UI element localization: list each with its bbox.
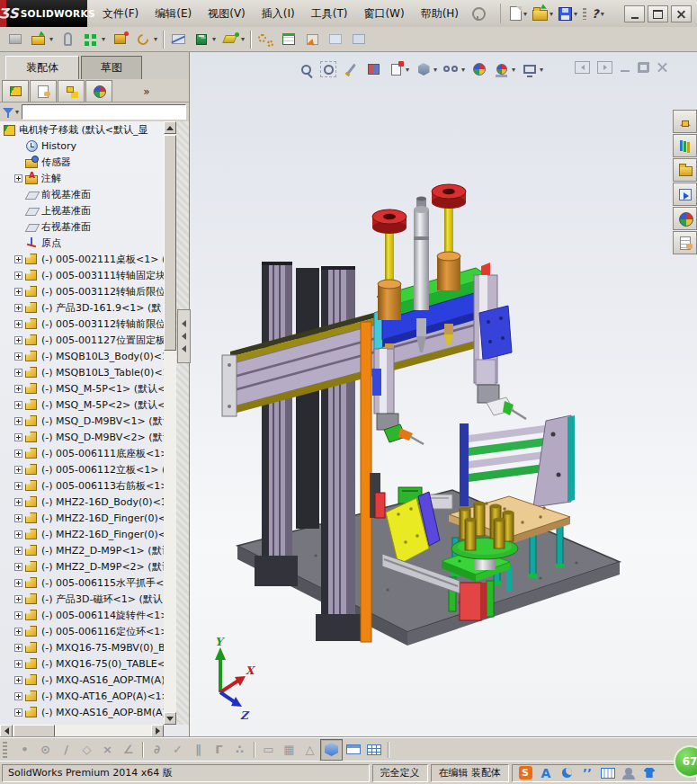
menu-item[interactable]: 文件(F): [94, 3, 147, 25]
tab-sketch[interactable]: 草图: [81, 56, 142, 80]
filter-dropdown-caret[interactable]: ▾: [15, 108, 19, 116]
expand-icon[interactable]: [14, 579, 22, 587]
headsup-button[interactable]: [520, 59, 545, 79]
minimize-button[interactable]: [624, 5, 645, 22]
tree-item[interactable]: (-) MSQ_M-5P<2> (默认<<: [0, 396, 164, 413]
expand-icon[interactable]: [14, 369, 22, 377]
bottom-tool-button[interactable]: ◇: [76, 740, 97, 760]
bottom-tool-button[interactable]: ✓: [167, 740, 188, 760]
bottom-tool-button[interactable]: Γ: [209, 740, 229, 760]
3d-model[interactable]: Y X Z: [190, 52, 697, 737]
tab-propertymanager[interactable]: [30, 80, 57, 102]
tray-icon[interactable]: [539, 766, 553, 780]
bottom-tool-button[interactable]: △: [299, 740, 320, 760]
expand-icon[interactable]: [14, 433, 22, 441]
scroll-down-arrow[interactable]: [164, 712, 176, 725]
toolbar-button[interactable]: [190, 29, 219, 50]
expand-icon[interactable]: [14, 320, 22, 328]
headsup-button[interactable]: [442, 59, 467, 79]
headsup-button[interactable]: [469, 59, 489, 79]
child-restore-button[interactable]: [638, 62, 649, 73]
save-button[interactable]: [557, 4, 579, 23]
tree-item[interactable]: (-) MSQB10L3_Body(0)<1>: [0, 348, 164, 364]
tree-item[interactable]: (-) 005-006111底座板<1>: [0, 445, 164, 461]
toolbar-button[interactable]: [4, 29, 27, 50]
tree-item[interactable]: (-) MHZ2-16D_Finger(0)<: [0, 526, 164, 542]
tab-displaymanager[interactable]: [85, 80, 112, 102]
tab-featuremanager[interactable]: [2, 80, 29, 102]
expand-icon[interactable]: [14, 676, 22, 684]
filter-input[interactable]: [22, 104, 186, 120]
bottom-tool-button[interactable]: ▭: [258, 740, 279, 760]
child-close-button[interactable]: [657, 62, 668, 73]
expand-icon[interactable]: [14, 660, 22, 668]
tree-item[interactable]: (-) MHZ2_D-M9P<1> (默认: [0, 542, 164, 558]
tree-item[interactable]: (-) 005-003111转轴固定块: [0, 267, 164, 283]
tree-item[interactable]: (-) MXQ-AS16_AOP-BM(A)<: [0, 704, 164, 720]
expand-icon[interactable]: [14, 385, 22, 393]
bottom-tool-button[interactable]: /: [56, 740, 76, 760]
toolbar-button[interactable]: [254, 29, 277, 50]
tree-item[interactable]: History: [0, 138, 164, 154]
tree-item[interactable]: (-) MSQB10L3_Table(0)<1: [0, 364, 164, 380]
tray-icon[interactable]: [642, 766, 657, 780]
tree-item[interactable]: (-) 005-006115水平抓手<: [0, 575, 164, 591]
expand-icon[interactable]: [14, 530, 22, 539]
scroll-thumb[interactable]: [164, 135, 176, 351]
toolbar-button[interactable]: [79, 29, 108, 50]
tray-icon[interactable]: [518, 766, 532, 780]
bottom-tool-button[interactable]: ∥: [188, 740, 209, 760]
tree-item[interactable]: 传感器: [0, 154, 164, 170]
tree-item[interactable]: (-) MXQ16-75(0)_TABLE<1: [0, 655, 164, 672]
toolbar-button[interactable]: [277, 29, 300, 50]
taskpane-button[interactable]: [673, 110, 697, 133]
expand-icon[interactable]: [14, 708, 22, 717]
tray-icon[interactable]: [621, 766, 636, 780]
pin-icon[interactable]: [472, 7, 486, 21]
tree-item[interactable]: (-) MHZ2_D-M9P<2> (默认: [0, 558, 164, 575]
toolbar-button[interactable]: [27, 29, 56, 50]
expand-icon[interactable]: [14, 255, 22, 263]
tab-assembly[interactable]: 装配体: [5, 56, 79, 80]
expand-icon[interactable]: [14, 417, 22, 425]
expand-icon[interactable]: [14, 482, 22, 490]
expand-icon[interactable]: [14, 401, 22, 409]
collapse-right-icon[interactable]: [597, 61, 612, 74]
expand-icon[interactable]: [14, 466, 22, 474]
toolbar-drag-handle[interactable]: [3, 742, 7, 758]
tree-item[interactable]: 右视基准面: [0, 218, 164, 235]
expand-icon[interactable]: [14, 692, 22, 700]
headsup-button[interactable]: [386, 59, 411, 79]
tree-horizontal-scrollbar[interactable]: [0, 725, 164, 737]
toolbar-button[interactable]: [56, 29, 79, 50]
expand-icon[interactable]: [14, 514, 22, 522]
expand-icon[interactable]: [14, 595, 22, 603]
headsup-button[interactable]: [341, 59, 361, 79]
bottom-tool-button[interactable]: [363, 740, 384, 760]
tree-item[interactable]: (-) 005-003112转轴前限位: [0, 316, 164, 332]
headsup-button[interactable]: [363, 59, 383, 79]
tree-item[interactable]: (-) 005-006113右筋板<1>: [0, 477, 164, 494]
menu-item[interactable]: 视图(V): [200, 3, 254, 25]
menu-item[interactable]: 工具(T): [303, 3, 356, 25]
menu-item[interactable]: 帮助(H): [413, 3, 467, 25]
headsup-button[interactable]: [492, 59, 517, 79]
tree-item[interactable]: (-) 产品3D-161.9<1> (默: [0, 299, 164, 316]
tree-item[interactable]: (-) MXQ-AS16_AOP-TM(A)<: [0, 672, 164, 688]
tree-item[interactable]: 原点: [0, 235, 164, 251]
toolbar-button[interactable]: [160, 29, 166, 50]
toolbar-button[interactable]: [300, 29, 324, 50]
expand-icon[interactable]: [14, 628, 22, 636]
toolbar-button[interactable]: [108, 29, 131, 50]
bottom-tool-button[interactable]: ⊙: [35, 740, 56, 760]
taskpane-button[interactable]: [673, 231, 697, 254]
open-button[interactable]: [531, 4, 555, 23]
bottom-tool-button[interactable]: •: [14, 740, 35, 760]
toolbar-button[interactable]: [166, 29, 190, 50]
panel-tabs-more[interactable]: »: [139, 81, 155, 102]
taskpane-button[interactable]: [673, 158, 697, 182]
bottom-tool-button[interactable]: [384, 740, 392, 760]
bottom-tool-button[interactable]: ×: [97, 740, 118, 760]
bottom-tool-button[interactable]: ∴: [229, 740, 250, 760]
taskpane-button[interactable]: [673, 134, 697, 157]
